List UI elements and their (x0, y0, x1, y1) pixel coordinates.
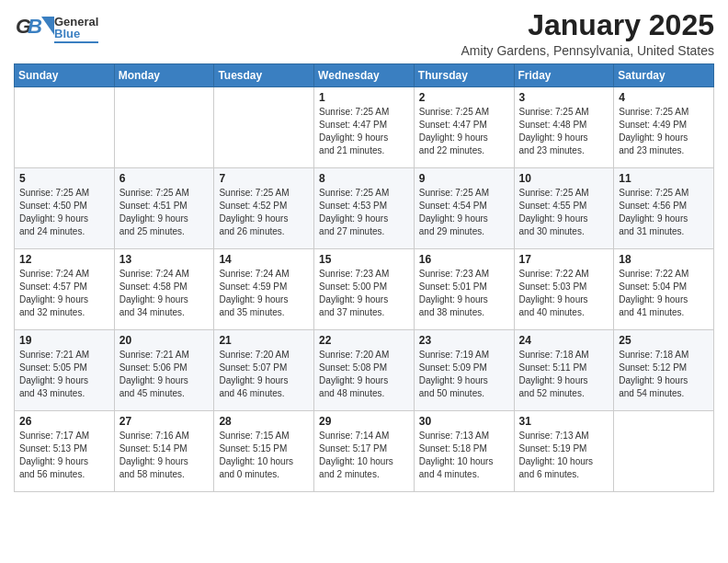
day-info: Sunrise: 7:25 AM Sunset: 4:48 PM Dayligh… (519, 106, 609, 157)
day-number: 3 (519, 91, 609, 104)
day-info: Sunrise: 7:23 AM Sunset: 5:01 PM Dayligh… (419, 268, 509, 319)
day-number: 23 (419, 334, 509, 347)
calendar-cell: 30Sunrise: 7:13 AM Sunset: 5:18 PM Dayli… (414, 411, 514, 492)
day-number: 22 (319, 334, 409, 347)
day-info: Sunrise: 7:25 AM Sunset: 4:50 PM Dayligh… (19, 187, 109, 238)
day-info: Sunrise: 7:15 AM Sunset: 5:15 PM Dayligh… (219, 430, 309, 481)
day-number: 26 (19, 415, 109, 428)
day-info: Sunrise: 7:21 AM Sunset: 5:06 PM Dayligh… (119, 349, 210, 400)
calendar-cell: 14Sunrise: 7:24 AM Sunset: 4:59 PM Dayli… (214, 249, 314, 330)
header: G B General Blue January 2025 Amity Gard… (14, 9, 714, 58)
day-number: 8 (319, 172, 409, 185)
calendar-cell: 7Sunrise: 7:25 AM Sunset: 4:52 PM Daylig… (214, 168, 314, 249)
day-info: Sunrise: 7:20 AM Sunset: 5:08 PM Dayligh… (319, 349, 409, 400)
day-number: 18 (619, 253, 709, 266)
calendar-cell: 10Sunrise: 7:25 AM Sunset: 4:55 PM Dayli… (514, 168, 614, 249)
calendar-table: SundayMondayTuesdayWednesdayThursdayFrid… (14, 63, 714, 492)
calendar-cell: 24Sunrise: 7:18 AM Sunset: 5:11 PM Dayli… (514, 330, 614, 411)
calendar-cell: 31Sunrise: 7:13 AM Sunset: 5:19 PM Dayli… (514, 411, 614, 492)
logo-underline (54, 41, 98, 43)
month-title: January 2025 (461, 9, 714, 41)
calendar-cell: 23Sunrise: 7:19 AM Sunset: 5:09 PM Dayli… (414, 330, 514, 411)
calendar-cell: 8Sunrise: 7:25 AM Sunset: 4:53 PM Daylig… (314, 168, 415, 249)
logo-icon: G B (14, 9, 54, 50)
calendar-header: SundayMondayTuesdayWednesdayThursdayFrid… (15, 64, 714, 87)
day-number: 2 (419, 91, 509, 104)
day-number: 9 (419, 172, 509, 185)
day-number: 19 (19, 334, 109, 347)
logo-line2: Blue (54, 28, 98, 40)
calendar-week-2: 5Sunrise: 7:25 AM Sunset: 4:50 PM Daylig… (15, 168, 714, 249)
logo-wrapper: G B General Blue (14, 9, 98, 50)
day-number: 14 (219, 253, 309, 266)
day-number: 15 (319, 253, 409, 266)
weekday-header-wednesday: Wednesday (314, 64, 415, 87)
calendar-cell: 2Sunrise: 7:25 AM Sunset: 4:47 PM Daylig… (414, 87, 514, 168)
weekday-header-monday: Monday (114, 64, 214, 87)
calendar-cell: 12Sunrise: 7:24 AM Sunset: 4:57 PM Dayli… (15, 249, 115, 330)
calendar-cell: 4Sunrise: 7:25 AM Sunset: 4:49 PM Daylig… (614, 87, 714, 168)
calendar-week-5: 26Sunrise: 7:17 AM Sunset: 5:13 PM Dayli… (15, 411, 714, 492)
day-info: Sunrise: 7:25 AM Sunset: 4:54 PM Dayligh… (419, 187, 509, 238)
day-info: Sunrise: 7:25 AM Sunset: 4:53 PM Dayligh… (319, 187, 409, 238)
weekday-header-tuesday: Tuesday (214, 64, 314, 87)
calendar-cell: 19Sunrise: 7:21 AM Sunset: 5:05 PM Dayli… (15, 330, 115, 411)
day-number: 10 (519, 172, 609, 185)
day-number: 5 (19, 172, 109, 185)
weekday-header-friday: Friday (514, 64, 614, 87)
day-info: Sunrise: 7:17 AM Sunset: 5:13 PM Dayligh… (19, 430, 109, 481)
calendar-cell (15, 87, 115, 168)
day-info: Sunrise: 7:23 AM Sunset: 5:00 PM Dayligh… (319, 268, 409, 319)
calendar-cell: 13Sunrise: 7:24 AM Sunset: 4:58 PM Dayli… (114, 249, 214, 330)
title-block: January 2025 Amity Gardens, Pennsylvania… (461, 9, 714, 58)
svg-text:B: B (28, 15, 42, 38)
calendar-week-1: 1Sunrise: 7:25 AM Sunset: 4:47 PM Daylig… (15, 87, 714, 168)
day-number: 7 (219, 172, 309, 185)
day-number: 25 (619, 334, 709, 347)
day-info: Sunrise: 7:25 AM Sunset: 4:55 PM Dayligh… (519, 187, 609, 238)
weekday-header-sunday: Sunday (15, 64, 115, 87)
day-info: Sunrise: 7:18 AM Sunset: 5:12 PM Dayligh… (619, 349, 709, 400)
weekday-header-saturday: Saturday (614, 64, 714, 87)
calendar-cell (114, 87, 214, 168)
calendar-cell: 18Sunrise: 7:22 AM Sunset: 5:04 PM Dayli… (614, 249, 714, 330)
day-info: Sunrise: 7:24 AM Sunset: 4:58 PM Dayligh… (119, 268, 210, 319)
day-info: Sunrise: 7:19 AM Sunset: 5:09 PM Dayligh… (419, 349, 509, 400)
day-info: Sunrise: 7:18 AM Sunset: 5:11 PM Dayligh… (519, 349, 609, 400)
day-info: Sunrise: 7:13 AM Sunset: 5:18 PM Dayligh… (419, 430, 509, 481)
day-info: Sunrise: 7:25 AM Sunset: 4:52 PM Dayligh… (219, 187, 309, 238)
day-number: 11 (619, 172, 709, 185)
calendar-cell: 1Sunrise: 7:25 AM Sunset: 4:47 PM Daylig… (314, 87, 415, 168)
logo-text-block: General Blue (54, 16, 98, 43)
day-number: 6 (119, 172, 210, 185)
calendar-cell (214, 87, 314, 168)
day-info: Sunrise: 7:22 AM Sunset: 5:04 PM Dayligh… (619, 268, 709, 319)
svg-marker-2 (41, 17, 54, 35)
calendar-cell: 11Sunrise: 7:25 AM Sunset: 4:56 PM Dayli… (614, 168, 714, 249)
day-number: 16 (419, 253, 509, 266)
calendar-cell (614, 411, 714, 492)
weekday-header-row: SundayMondayTuesdayWednesdayThursdayFrid… (15, 64, 714, 87)
day-info: Sunrise: 7:13 AM Sunset: 5:19 PM Dayligh… (519, 430, 609, 481)
logo: G B General Blue (14, 9, 98, 50)
calendar-cell: 16Sunrise: 7:23 AM Sunset: 5:01 PM Dayli… (414, 249, 514, 330)
day-info: Sunrise: 7:16 AM Sunset: 5:14 PM Dayligh… (119, 430, 210, 481)
day-number: 13 (119, 253, 210, 266)
day-info: Sunrise: 7:25 AM Sunset: 4:51 PM Dayligh… (119, 187, 210, 238)
day-info: Sunrise: 7:25 AM Sunset: 4:56 PM Dayligh… (619, 187, 709, 238)
calendar-cell: 9Sunrise: 7:25 AM Sunset: 4:54 PM Daylig… (414, 168, 514, 249)
day-info: Sunrise: 7:24 AM Sunset: 4:59 PM Dayligh… (219, 268, 309, 319)
calendar-cell: 20Sunrise: 7:21 AM Sunset: 5:06 PM Dayli… (114, 330, 214, 411)
calendar-cell: 22Sunrise: 7:20 AM Sunset: 5:08 PM Dayli… (314, 330, 415, 411)
day-number: 1 (319, 91, 409, 104)
day-info: Sunrise: 7:24 AM Sunset: 4:57 PM Dayligh… (19, 268, 109, 319)
calendar-week-3: 12Sunrise: 7:24 AM Sunset: 4:57 PM Dayli… (15, 249, 714, 330)
calendar-cell: 15Sunrise: 7:23 AM Sunset: 5:00 PM Dayli… (314, 249, 415, 330)
day-info: Sunrise: 7:21 AM Sunset: 5:05 PM Dayligh… (19, 349, 109, 400)
calendar-cell: 21Sunrise: 7:20 AM Sunset: 5:07 PM Dayli… (214, 330, 314, 411)
day-info: Sunrise: 7:25 AM Sunset: 4:47 PM Dayligh… (319, 106, 409, 157)
day-number: 30 (419, 415, 509, 428)
weekday-header-thursday: Thursday (414, 64, 514, 87)
calendar-cell: 29Sunrise: 7:14 AM Sunset: 5:17 PM Dayli… (314, 411, 415, 492)
day-info: Sunrise: 7:20 AM Sunset: 5:07 PM Dayligh… (219, 349, 309, 400)
